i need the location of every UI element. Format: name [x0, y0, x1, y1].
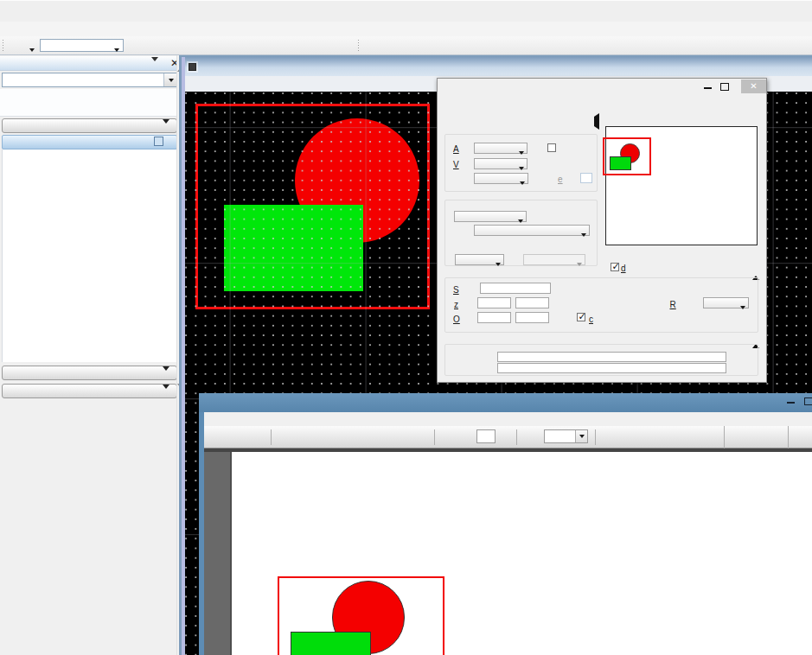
view-combo[interactable] — [474, 158, 527, 169]
zoom-level-combo[interactable] — [544, 429, 588, 443]
active-level-combo[interactable] — [40, 39, 124, 52]
show-design-label: d — [621, 264, 626, 273]
usable-area-label — [451, 241, 456, 251]
toolbar-separator — [516, 429, 517, 445]
chevron-down-icon — [163, 124, 169, 133]
printer-driver-combo[interactable] — [454, 211, 527, 222]
print-dialog: ✕ A V e — [437, 78, 767, 383]
minimize-icon[interactable] — [704, 87, 712, 89]
collapse-section-icon[interactable] — [752, 334, 759, 344]
show-design-checkbox[interactable]: ✓ — [611, 263, 619, 271]
rotation-label: R — [670, 300, 676, 309]
tasks-panel-header: ✕ — [0, 56, 179, 71]
auto-center-label: c — [589, 315, 593, 324]
panel-layout-button[interactable] — [154, 137, 163, 146]
maximize-icon[interactable] — [804, 397, 812, 405]
quick-task-row — [0, 89, 179, 117]
origin-x-input[interactable] — [477, 312, 511, 323]
panel-menu-chevron-icon[interactable] — [151, 61, 158, 71]
section-print-preparation[interactable] — [2, 118, 177, 133]
toolbar-separator — [788, 426, 789, 448]
close-icon[interactable]: ✕ — [741, 79, 766, 93]
icon-layout-button[interactable] — [132, 137, 142, 146]
toolbar-separator — [724, 426, 725, 448]
view-label: V — [453, 160, 459, 169]
dgn-green-rectangle — [224, 205, 362, 292]
print-dialog-menubar — [438, 98, 766, 111]
toolbar-separator — [434, 429, 435, 445]
section-drawing[interactable] — [2, 135, 177, 149]
app-menubar — [0, 22, 812, 36]
tasks-combo-dropdown[interactable] — [163, 73, 177, 86]
origin-y-input[interactable] — [515, 312, 549, 323]
origin-label: O — [453, 315, 460, 324]
collapse-section-icon[interactable] — [752, 266, 759, 276]
zoom-dropdown[interactable] — [575, 430, 587, 442]
maximize-icon[interactable] — [720, 83, 729, 91]
rotation-combo[interactable] — [703, 297, 749, 308]
active-element-template-icon[interactable] — [8, 39, 25, 54]
microstation-window: ✕ — [0, 0, 812, 655]
paper-combo[interactable] — [474, 225, 590, 236]
adobe-titlebar[interactable] — [199, 393, 812, 412]
print-dialog-titlebar[interactable]: ✕ — [438, 79, 766, 98]
adobe-toolbar — [204, 426, 812, 448]
toolbar-separator — [271, 429, 272, 445]
design-script-input[interactable] — [497, 363, 726, 373]
page-number-input[interactable] — [476, 429, 496, 443]
plot-file-combo[interactable] — [523, 254, 585, 265]
adobe-content — [204, 448, 812, 655]
section-terrain-model[interactable] — [2, 384, 177, 398]
view-titlebar[interactable] — [185, 57, 812, 77]
app-titlebar — [0, 0, 812, 22]
minimize-icon[interactable] — [787, 402, 795, 404]
toolbar-grip[interactable] — [357, 39, 360, 53]
copies-label: e — [558, 175, 563, 184]
area-combo[interactable] — [474, 143, 527, 154]
color-combo[interactable] — [474, 173, 528, 184]
size-height-input[interactable] — [515, 297, 549, 308]
pen-table-input[interactable] — [497, 352, 726, 362]
size-label: z — [454, 300, 458, 309]
orientation-combo[interactable] — [455, 254, 504, 265]
adobe-menubar — [204, 412, 812, 426]
size-width-input[interactable] — [477, 297, 511, 308]
element-template-dropdown[interactable] — [29, 44, 35, 54]
drawing-tool-grid — [2, 149, 177, 362]
list-layout-button[interactable] — [144, 137, 153, 146]
scale-label: S — [453, 285, 459, 295]
section-drawing-composition[interactable] — [2, 366, 177, 380]
app-toolbar — [0, 36, 812, 55]
copies-input[interactable] — [580, 173, 592, 183]
scale-input[interactable] — [480, 283, 551, 294]
auto-center-checkbox[interactable]: ✓ — [577, 313, 585, 321]
chevron-down-icon — [163, 371, 169, 380]
toolbar-grip[interactable] — [2, 39, 4, 53]
view-window-menu-icon[interactable] — [189, 63, 196, 71]
preview-green-rectangle — [610, 156, 631, 170]
tasks-panel: ✕ — [0, 55, 182, 655]
pdf-page[interactable] — [233, 452, 812, 655]
rasterized-checkbox[interactable] — [547, 143, 556, 152]
microstation-logo-icon — [5, 5, 16, 16]
chevron-down-icon — [163, 389, 169, 398]
collapse-preview-icon[interactable] — [594, 117, 599, 126]
adobe-sidebar — [204, 452, 232, 655]
chevron-down-icon — [114, 44, 119, 54]
tasks-combo[interactable] — [2, 73, 178, 87]
pdf-green-rectangle — [291, 632, 371, 655]
adobe-reader-window — [199, 393, 812, 655]
area-label: A — [453, 144, 459, 154]
toolbar-separator — [595, 429, 596, 445]
